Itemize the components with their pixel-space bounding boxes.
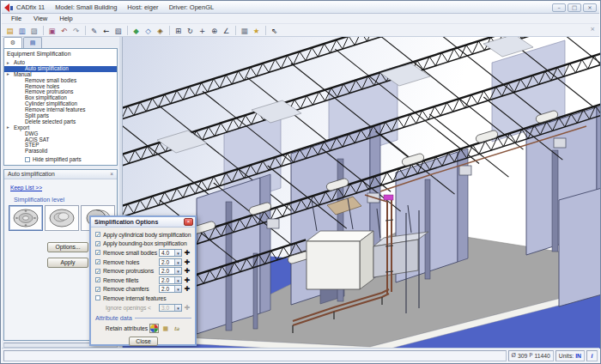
tree-item-dwg[interactable]: DWG [4,131,117,137]
checkbox[interactable]: ✓ [95,287,100,292]
pick-on-screen-icon[interactable]: ✚ [183,304,191,312]
menu-help[interactable]: Help [53,15,78,22]
dialog-row-8: Ignore openings <3.0▾✚ [95,303,191,312]
retain-groups-icon[interactable]: ▦ [161,324,170,333]
value-combobox[interactable]: 2.0▾ [159,285,182,293]
toolbar-separator [43,26,44,35]
print-icon[interactable]: ▨ [28,25,39,36]
tree-item-step[interactable]: STEP [4,143,117,149]
value-combobox[interactable]: 4.0▾ [159,249,182,257]
value-combobox[interactable]: 2.0▾ [159,276,182,284]
options-button[interactable]: Options... [47,242,88,252]
pick-on-screen-icon[interactable]: ✚ [183,249,191,257]
tree-item-remove-small-bodies[interactable]: Remove small bodies [4,78,117,84]
checkbox[interactable]: ✓ [95,250,100,255]
expander-icon[interactable]: ▸ [7,124,9,130]
pan-view-icon[interactable]: + [197,25,208,36]
panel-close-icon[interactable]: × [110,170,113,179]
status-info[interactable]: i [586,350,598,361]
browser-tab[interactable]: ▤ [23,37,42,48]
checkbox[interactable]: ✓ [95,241,100,246]
tree-item-label: Split parts [25,112,49,118]
expander-icon[interactable]: ▸ [7,60,9,66]
edit-note-icon[interactable]: ✎ [88,25,100,36]
chevron-down-icon[interactable]: ▾ [174,259,181,265]
snapshot-icon[interactable]: ▣ [46,25,58,36]
value-combobox[interactable]: 2.0▾ [159,258,182,266]
equipment-tree-panel: Equipment Simplification ▸AutoAuto simpl… [3,48,118,166]
chevron-down-icon[interactable]: ▾ [174,268,181,274]
checkbox[interactable]: ✓ [95,277,100,282]
value-combobox[interactable]: 3.0▾ [159,304,182,312]
back-arrow-icon[interactable]: ← [100,25,112,36]
info-icon: i [592,353,593,359]
level-1-thumbnail[interactable] [9,205,43,231]
chevron-down-icon[interactable]: ▾ [174,250,181,256]
copy-icon[interactable]: ▧ [112,25,124,36]
maximize-button[interactable]: □ [568,3,581,12]
tree-item-export[interactable]: ▸Export [4,125,117,131]
rotate-view-icon[interactable]: ↻ [185,25,196,36]
expander-icon[interactable]: ▸ [7,71,9,77]
wireframe-view-icon[interactable]: ◇ [143,25,154,36]
retain-names-icon[interactable]: ta [172,324,181,333]
dialog-row-2: ✓Remove small bodies4.0▾✚ [95,248,191,258]
tree-item-label: Auto simplification [25,65,69,71]
toolbar-separator [85,26,86,35]
hide-simplified-checkbox-row[interactable]: Hide simplified parts [25,156,82,162]
dialog-close-icon[interactable]: × [184,218,193,226]
effects-icon[interactable]: ★ [251,25,262,36]
pick-on-screen-icon[interactable]: ✚ [183,258,191,266]
checkbox[interactable]: ✓ [95,232,100,237]
menu-view[interactable]: View [27,15,53,22]
shaded-view-icon[interactable]: ◆ [131,25,142,36]
zoom-view-icon[interactable]: ⊕ [209,25,220,36]
dialog-row-label: Remove internal features [103,295,167,301]
dialog-row-label: Remove chamfers [103,286,149,292]
checkbox[interactable]: ✓ [95,269,100,274]
pick-on-screen-icon[interactable]: ✚ [183,276,191,284]
keep-list-link[interactable]: Keep List >> [10,185,42,191]
pick-on-screen-icon[interactable]: ✚ [183,285,191,293]
dialog-title-bar[interactable]: Simplification Options × [91,217,195,228]
save-file-icon[interactable]: ▥ [16,25,27,36]
combobox-value: 2.0 [160,268,174,274]
measure-icon[interactable]: ∠ [221,25,232,36]
checkbox[interactable]: ✓ [95,259,100,264]
dialog-close-button[interactable]: Close [129,337,158,346]
image-export-icon[interactable]: ▦ [239,25,250,36]
chevron-down-icon[interactable]: ▾ [174,277,181,283]
menu-file[interactable]: File [5,15,27,22]
undo-icon[interactable]: ↶ [58,25,70,36]
sidebar-tabs: ⚙▤ [3,37,42,48]
status-bar: Ø 309 P 11440 Units: IN i [2,348,599,362]
toolbar-overflow-icon[interactable]: × [590,26,595,33]
value-combobox[interactable]: 2.0▾ [159,267,182,275]
tree-item-parasolid[interactable]: Parasolid [4,149,117,155]
chevron-down-icon[interactable]: ▾ [174,305,181,311]
apply-button[interactable]: Apply [47,258,88,268]
tree-item-label: Export [14,124,29,130]
minimize-button[interactable]: – [552,3,566,12]
status-message-area [3,350,507,361]
close-button[interactable]: × [583,3,597,12]
redo-icon[interactable]: ↷ [70,25,82,36]
hide-simplified-checkbox[interactable] [25,157,30,162]
body-count-value: 309 [518,353,527,359]
checkbox[interactable] [95,295,100,300]
dialog-row-label: Remove small bodies [103,250,157,256]
tree-item-remove-internal-features[interactable]: Remove internal features [4,107,117,113]
level-2-thumbnail[interactable] [45,205,79,231]
select-cursor-icon[interactable]: ⇖ [269,25,280,36]
tree-item-acis-sat[interactable]: ACIS SAT [4,137,117,143]
open-file-icon[interactable]: ▤ [4,25,15,36]
fit-view-icon[interactable]: ⊞ [173,25,184,36]
chevron-down-icon[interactable]: ▾ [174,286,181,292]
toolbar-separator [127,26,128,35]
hidden-line-view-icon[interactable]: ◈ [155,25,166,36]
dialog-row-label: Remove fillets [103,277,138,283]
pick-on-screen-icon[interactable]: ✚ [183,267,191,275]
dialog-title: Simplification Options [94,219,158,225]
retain-colors-icon[interactable] [149,324,159,333]
equipment-tab[interactable]: ⚙ [3,37,22,48]
